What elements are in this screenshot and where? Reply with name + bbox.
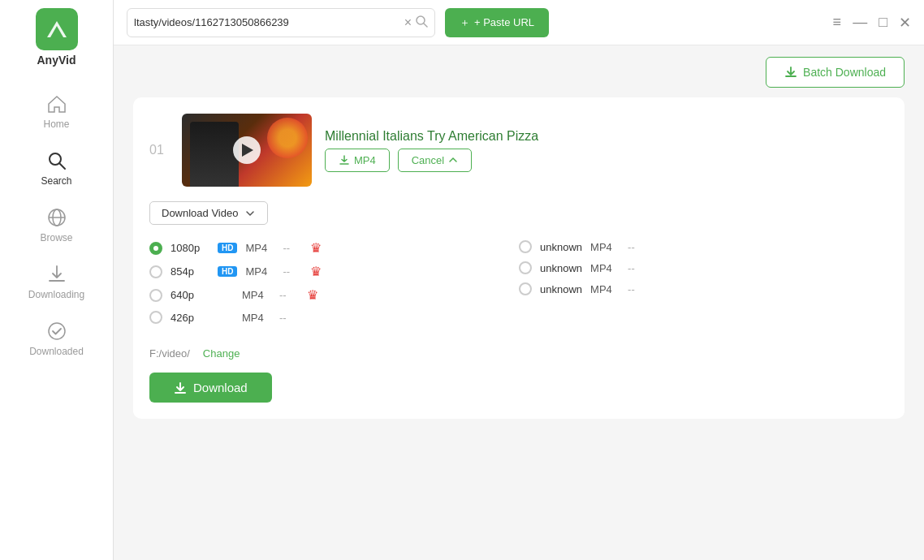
paste-url-label: + Paste URL: [474, 16, 534, 28]
batch-download-area: Batch Download: [114, 45, 924, 93]
url-clear-button[interactable]: ×: [404, 15, 412, 30]
quality-row-854p: 854p HD MP4 -- ♛: [149, 260, 519, 283]
video-number: 01: [149, 143, 169, 157]
download-options: Download Video 1080p HD MP4: [149, 201, 888, 403]
radio-unk1[interactable]: [519, 240, 532, 253]
cancel-button[interactable]: Cancel: [398, 149, 472, 172]
quality-left-column: 1080p HD MP4 -- ♛ 854p HD MP4 --: [149, 236, 519, 328]
search-icon: [45, 149, 68, 172]
chevron-down-icon: [244, 208, 256, 219]
dash-unk1: --: [628, 241, 647, 253]
hd-badge-1080p: HD: [218, 243, 237, 253]
format-1080p: MP4: [245, 242, 274, 254]
dropdown-row: Download Video: [149, 201, 888, 225]
logo-area: AnyVid: [36, 8, 78, 67]
video-info: Millennial Italians Try American Pizza M…: [325, 129, 538, 172]
batch-download-button[interactable]: Batch Download: [766, 57, 905, 88]
format-854p: MP4: [245, 265, 274, 278]
downloaded-icon: [45, 320, 68, 342]
crown-icon-854p: ♛: [310, 264, 322, 279]
quality-label-unk3: unknown: [540, 283, 582, 295]
dash-640p: --: [279, 289, 299, 301]
url-display: ltasty/videos/1162713050866239: [134, 16, 404, 28]
quality-label-426p: 426p: [171, 312, 209, 324]
dash-unk2: --: [628, 262, 647, 274]
app-name: AnyVid: [37, 54, 76, 67]
window-controls: ≡ — □ ✕: [833, 14, 911, 32]
format-unk3: MP4: [590, 283, 620, 295]
quality-row-640p: 640p MP4 -- ♛: [149, 283, 519, 307]
format-unk1: MP4: [590, 241, 620, 253]
chevron-up-icon: [448, 155, 458, 165]
paste-url-button[interactable]: ＋ + Paste URL: [445, 8, 549, 37]
crown-icon-1080p: ♛: [310, 240, 322, 256]
maximize-button[interactable]: □: [879, 14, 887, 31]
cancel-label: Cancel: [412, 154, 444, 166]
format-640p: MP4: [242, 289, 271, 301]
hd-badge-854p: HD: [218, 266, 237, 277]
browse-icon: [45, 206, 68, 229]
sidebar-item-downloading-label: Downloading: [28, 289, 84, 300]
download-button[interactable]: Download: [149, 373, 272, 403]
svg-line-7: [424, 24, 427, 27]
quality-row-426p: 426p MP4 --: [149, 307, 519, 328]
dropdown-label: Download Video: [162, 207, 238, 219]
play-overlay[interactable]: [182, 114, 312, 187]
quality-grid: 1080p HD MP4 -- ♛ 854p HD MP4 --: [149, 236, 888, 328]
dash-854p: --: [283, 265, 302, 278]
sidebar-item-search[interactable]: Search: [0, 140, 113, 196]
video-actions: MP4 Cancel: [325, 149, 538, 172]
sidebar-item-home[interactable]: Home: [0, 83, 113, 140]
sidebar-item-downloaded[interactable]: Downloaded: [0, 310, 113, 367]
mp4-button[interactable]: MP4: [325, 149, 390, 172]
play-button[interactable]: [233, 136, 261, 164]
url-bar: ltasty/videos/1162713050866239 ×: [127, 8, 435, 37]
quality-row-unk1: unknown MP4 --: [519, 236, 888, 257]
sidebar-item-browse[interactable]: Browse: [0, 196, 113, 253]
format-426p: MP4: [242, 312, 271, 324]
downloading-icon: [45, 263, 68, 286]
radio-854p[interactable]: [149, 265, 162, 278]
app-logo: [36, 8, 78, 50]
radio-1080p[interactable]: [149, 242, 162, 255]
sidebar-item-search-label: Search: [41, 175, 71, 187]
mp4-label: MP4: [354, 154, 376, 166]
dash-426p: --: [279, 312, 299, 324]
batch-download-icon: [784, 66, 797, 79]
quality-label-1080p: 1080p: [171, 242, 209, 254]
radio-640p[interactable]: [149, 289, 162, 302]
radio-unk2[interactable]: [519, 261, 532, 274]
url-search-icon: [415, 15, 428, 31]
change-path-button[interactable]: Change: [203, 347, 240, 360]
sidebar: AnyVid Home Search Browse Downloading: [0, 0, 114, 560]
crown-icon-640p: ♛: [307, 287, 318, 303]
dash-unk3: --: [628, 283, 647, 295]
svg-line-1: [59, 163, 65, 169]
content-area: 01 Millennial Italians Try American Pizz…: [114, 93, 924, 560]
quality-label-unk1: unknown: [540, 241, 582, 253]
close-button[interactable]: ✕: [899, 14, 911, 32]
radio-unk3[interactable]: [519, 282, 532, 295]
quality-label-640p: 640p: [171, 289, 209, 301]
minimize-button[interactable]: —: [853, 14, 867, 31]
batch-download-label: Batch Download: [803, 66, 886, 79]
titlebar: ltasty/videos/1162713050866239 × ＋ + Pas…: [114, 0, 924, 45]
quality-row-unk2: unknown MP4 --: [519, 257, 888, 278]
quality-label-unk2: unknown: [540, 262, 582, 274]
radio-426p[interactable]: [149, 311, 162, 324]
mp4-download-icon: [339, 154, 350, 166]
quality-row-unk3: unknown MP4 --: [519, 278, 888, 299]
sidebar-item-downloading[interactable]: Downloading: [0, 253, 113, 310]
quality-label-854p: 854p: [171, 265, 209, 278]
svg-point-5: [49, 323, 65, 339]
save-path: F:/video/: [149, 347, 190, 360]
save-path-row: F:/video/ Change: [149, 339, 888, 360]
menu-icon[interactable]: ≡: [833, 14, 842, 31]
download-label: Download: [193, 381, 248, 394]
sidebar-item-home-label: Home: [43, 118, 69, 130]
download-video-dropdown[interactable]: Download Video: [149, 201, 268, 225]
sidebar-item-browse-label: Browse: [40, 232, 72, 243]
dash-1080p: --: [283, 242, 302, 254]
sidebar-item-downloaded-label: Downloaded: [29, 346, 84, 357]
home-icon: [45, 93, 68, 115]
